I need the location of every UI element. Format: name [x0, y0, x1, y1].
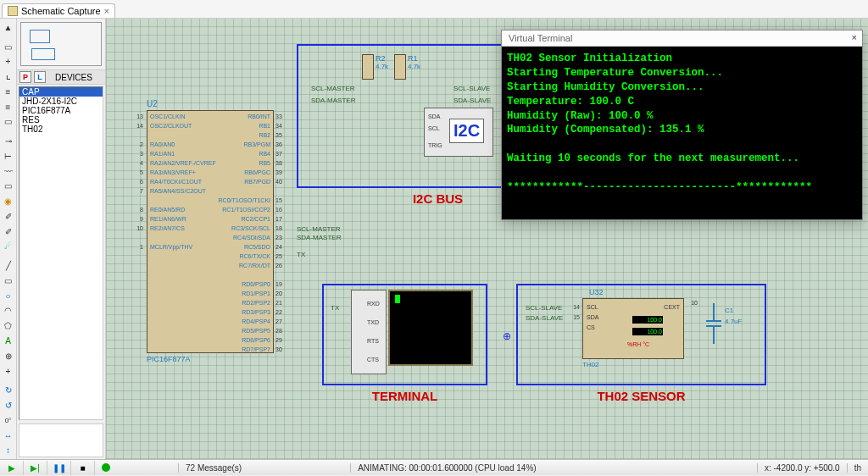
- terminal-screen[interactable]: [388, 290, 473, 366]
- virtual-terminal-titlebar[interactable]: Virtual Terminal ×: [502, 30, 862, 47]
- status-unit: th: [847, 463, 868, 473]
- pin-num: 36: [275, 141, 287, 147]
- tool-mirror-h[interactable]: ↔: [1, 429, 15, 443]
- pin-num: 39: [275, 169, 287, 175]
- device-item-cap[interactable]: CAP: [19, 87, 103, 97]
- pin-name: RA5/AN4/SS/C2OUT: [150, 188, 206, 194]
- schematic-doc-icon: [8, 6, 18, 16]
- crosshair-icon: ⊕: [503, 330, 511, 342]
- device-item-th02[interactable]: TH02: [19, 125, 103, 134]
- tool-tape[interactable]: ▭: [1, 180, 15, 194]
- pin-num: 40: [275, 179, 287, 185]
- schematic-canvas[interactable]: U2 PIC16F877A 13OSC1/CLKIN14OSC2/CLKOUT2…: [106, 19, 868, 459]
- library-button[interactable]: L: [34, 71, 46, 83]
- tool-polygon[interactable]: ⬠: [1, 318, 15, 333]
- tool-subcircuit[interactable]: ▭: [1, 115, 15, 130]
- pick-device-button[interactable]: P: [19, 71, 31, 83]
- pin-num: 33: [275, 113, 287, 119]
- preview-thumbnail[interactable]: [20, 22, 102, 66]
- tool-textobj[interactable]: A: [1, 334, 15, 348]
- cap-ref: C1: [725, 307, 733, 314]
- pin-num: 5: [131, 169, 143, 175]
- tool-label[interactable]: ʟ: [1, 69, 15, 84]
- resistor-r1[interactable]: [394, 54, 406, 80]
- th02-units: %RH °C: [627, 341, 649, 347]
- pin-name: RB4: [216, 151, 270, 157]
- rotation-value: 0°: [1, 413, 15, 428]
- tool-instrument[interactable]: ☄: [1, 240, 15, 254]
- pin-name: RD0/PSP0: [216, 281, 270, 287]
- tool-circle[interactable]: ○: [1, 289, 15, 303]
- terminal-cursor: [395, 295, 400, 303]
- i2c-logo: I2C: [449, 119, 484, 143]
- cap-val: 4.7uF: [725, 318, 742, 325]
- pin-name: RB2: [216, 132, 270, 138]
- pin-name: RB3/PGM: [216, 141, 270, 147]
- tool-mirror-v[interactable]: ↕: [1, 443, 15, 457]
- pin-num: 6: [131, 179, 143, 185]
- th02-pin15: 15: [570, 314, 580, 320]
- tool-probe-i[interactable]: ✐: [1, 224, 15, 239]
- terminal-port-block[interactable]: RXD TXD RTS CTS: [351, 290, 387, 374]
- pin-num: 20: [275, 291, 287, 296]
- pin-name: RB1: [216, 123, 270, 129]
- tool-generator[interactable]: ◉: [1, 194, 15, 208]
- pin-num: 21: [275, 300, 287, 306]
- pin-name: RB5: [216, 160, 270, 166]
- tool-origin[interactable]: ⊕: [1, 349, 15, 363]
- pin-name: MCLR/Vpp/THV: [150, 244, 192, 250]
- pin-name: RD1/PSP1: [216, 291, 270, 296]
- th02-ref: U32: [589, 288, 604, 296]
- th02-sda-slave: SDA-SLAVE: [526, 314, 563, 322]
- status-bar: ▶ ▶| ❚❚ ■ 72 Message(s) ANIMATING: 00:00…: [0, 459, 868, 475]
- r2-val: 4.7k: [376, 63, 388, 70]
- virtual-terminal-window[interactable]: Virtual Terminal × TH02 Sensor Initializ…: [501, 30, 863, 220]
- tool-bus[interactable]: ≡: [1, 100, 15, 114]
- pin-name: RA2/AN2/VREF-/CVREF: [150, 160, 216, 166]
- tool-probe-v[interactable]: ✐: [1, 209, 15, 224]
- pin-name: RC5/SDO: [216, 244, 270, 250]
- tool-text[interactable]: ≡: [1, 85, 15, 99]
- pause-button[interactable]: ❚❚: [47, 461, 71, 475]
- tool-component[interactable]: ▭: [1, 40, 15, 54]
- th02-pin14: 14: [570, 304, 580, 310]
- label-tx: TX: [297, 251, 305, 258]
- pin-name: RD3/PSP3: [216, 309, 270, 315]
- tool-terminal[interactable]: ⊸: [1, 134, 15, 148]
- label-scl-master: SCL-MASTER: [297, 225, 341, 233]
- pin-name: RE2/AN7/CS: [150, 225, 185, 231]
- device-item-jhd[interactable]: JHD-2X16-I2C: [19, 97, 103, 106]
- pin-name: RC1/T1OSI/CCP2: [216, 207, 270, 213]
- tool-pointer[interactable]: ▲: [1, 20, 15, 35]
- tool-rect[interactable]: ▭: [1, 274, 15, 288]
- th02-chip[interactable]: SCL SDA CS CEXT 100.0 100.0 %RH °C: [582, 298, 684, 359]
- tool-junction[interactable]: +: [1, 54, 15, 69]
- tool-plus[interactable]: +: [1, 364, 15, 379]
- pin-name: OSC2/CLKOUT: [150, 123, 192, 129]
- device-item-pic[interactable]: PIC16F877A: [19, 106, 103, 115]
- tool-rotate-ccw[interactable]: ↺: [1, 398, 15, 412]
- play-button[interactable]: ▶: [0, 461, 24, 475]
- pin-num: 23: [275, 235, 287, 241]
- tool-line[interactable]: ╱: [1, 258, 15, 273]
- tool-graph[interactable]: 〰: [1, 164, 15, 179]
- resistor-r2[interactable]: [362, 54, 374, 80]
- virtual-terminal-content: TH02 Sensor Initialization Starting Temp…: [502, 47, 862, 200]
- tool-pin[interactable]: ⊢: [1, 149, 15, 163]
- tool-arc[interactable]: ◠: [1, 304, 15, 318]
- status-messages[interactable]: 72 Message(s): [178, 463, 248, 473]
- tab-close-icon[interactable]: ×: [104, 6, 109, 16]
- r2-ref: R2: [376, 54, 386, 63]
- device-item-res[interactable]: RES: [19, 115, 103, 125]
- bus-scl-master: SCL-MASTER: [311, 85, 355, 92]
- stop-button[interactable]: ■: [71, 461, 95, 475]
- pin-num: 27: [275, 318, 287, 324]
- bus-sda-master: SDA-MASTER: [311, 97, 355, 104]
- tab-schematic[interactable]: Schematic Capture ×: [2, 3, 115, 18]
- pin-num: 8: [131, 207, 143, 213]
- pin-name: RE0/AN5/RD: [150, 207, 185, 213]
- device-list[interactable]: CAP JHD-2X16-I2C PIC16F877A RES TH02: [19, 86, 103, 420]
- virtual-terminal-close-icon[interactable]: ×: [852, 32, 857, 42]
- tool-rotate-cw[interactable]: ↻: [1, 383, 15, 397]
- step-button[interactable]: ▶|: [24, 461, 47, 475]
